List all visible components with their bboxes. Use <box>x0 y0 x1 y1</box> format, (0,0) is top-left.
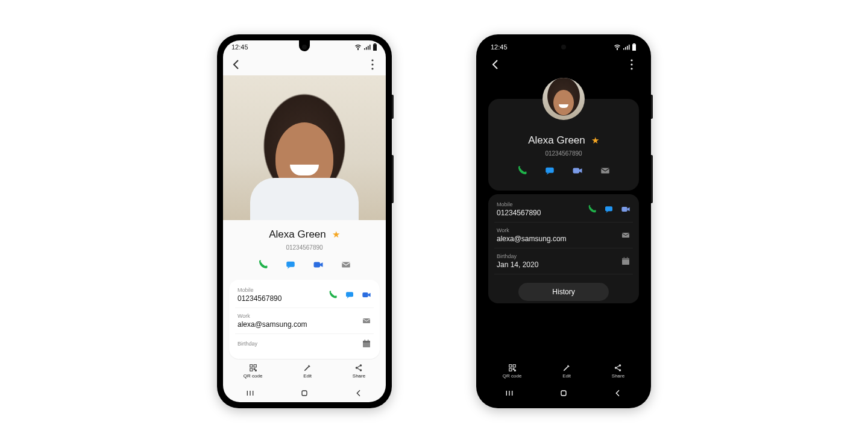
contact-name: Alexa Green <box>528 134 585 147</box>
app-bar <box>223 54 386 75</box>
bottom-action-bar: QR code Edit Share <box>223 359 386 384</box>
svg-rect-5 <box>374 43 376 44</box>
qr-icon <box>249 364 257 372</box>
qr-code-button[interactable]: QR code <box>244 364 263 379</box>
pencil-icon <box>303 364 312 372</box>
back-icon[interactable] <box>488 57 503 72</box>
mail-icon[interactable] <box>600 165 611 176</box>
recents-nav-icon[interactable] <box>245 388 255 398</box>
home-nav-icon[interactable] <box>300 388 309 398</box>
svg-rect-2 <box>366 47 367 50</box>
contact-number: 01234567890 <box>223 244 386 251</box>
details-card: Mobile 01234567890 Work alexa@samsung.co… <box>229 280 380 359</box>
svg-rect-17 <box>363 341 370 343</box>
svg-rect-18 <box>365 339 365 341</box>
work-row[interactable]: Work alexa@samsung.com <box>494 223 633 248</box>
video-call-icon[interactable] <box>362 290 371 300</box>
mobile-label: Mobile <box>237 287 281 293</box>
mail-icon[interactable] <box>341 259 351 270</box>
svg-rect-23 <box>254 368 255 370</box>
svg-rect-19 <box>368 339 368 341</box>
message-icon[interactable] <box>544 165 555 176</box>
svg-rect-4 <box>370 45 371 50</box>
calendar-icon[interactable] <box>621 256 631 266</box>
more-icon[interactable] <box>624 57 639 72</box>
call-icon[interactable] <box>587 204 597 214</box>
qr-code-button[interactable]: QR code <box>503 364 522 379</box>
svg-rect-24 <box>255 370 256 371</box>
svg-rect-22 <box>250 368 252 371</box>
svg-point-25 <box>356 367 357 368</box>
edit-button[interactable]: Edit <box>303 364 312 379</box>
favorite-star-icon[interactable]: ★ <box>591 135 599 146</box>
svg-rect-35 <box>627 46 628 50</box>
work-value: alexa@samsung.com <box>237 320 307 329</box>
back-nav-icon[interactable] <box>613 388 623 398</box>
contact-number: 01234567890 <box>488 150 639 157</box>
recents-nav-icon[interactable] <box>505 388 514 398</box>
svg-rect-36 <box>629 45 630 50</box>
birthday-row[interactable]: Birthday <box>235 334 374 353</box>
svg-rect-55 <box>513 368 514 370</box>
birthday-value: Jan 14, 2020 <box>497 260 538 269</box>
back-icon[interactable] <box>229 57 244 72</box>
home-nav-icon[interactable] <box>559 388 568 398</box>
svg-rect-42 <box>546 167 554 172</box>
message-icon[interactable] <box>604 204 614 214</box>
svg-rect-46 <box>621 207 627 212</box>
svg-rect-43 <box>573 168 580 173</box>
work-row[interactable]: Work alexa@samsung.com <box>235 308 374 334</box>
mobile-label: Mobile <box>497 201 541 207</box>
video-call-icon[interactable] <box>313 259 324 270</box>
svg-rect-11 <box>314 262 321 267</box>
svg-rect-20 <box>250 365 252 367</box>
quick-actions <box>223 259 386 270</box>
android-nav-bar <box>223 384 386 402</box>
call-icon[interactable] <box>257 259 268 270</box>
svg-rect-52 <box>509 365 511 367</box>
calendar-icon[interactable] <box>362 339 371 349</box>
android-nav-bar <box>482 384 645 402</box>
mail-icon[interactable] <box>362 316 371 326</box>
video-call-icon[interactable] <box>572 165 583 176</box>
svg-rect-38 <box>632 44 636 51</box>
bottom-action-bar: QR code Edit Share <box>482 359 645 384</box>
message-icon[interactable] <box>345 290 354 300</box>
favorite-star-icon[interactable]: ★ <box>332 229 340 240</box>
details-card: Mobile 01234567890 Work alexa@samsung.co… <box>488 194 639 303</box>
svg-rect-50 <box>624 257 624 259</box>
edit-button[interactable]: Edit <box>562 364 571 379</box>
svg-rect-37 <box>633 43 635 44</box>
status-time: 12:45 <box>491 43 508 51</box>
signal-icon <box>363 43 371 51</box>
call-icon[interactable] <box>517 165 527 176</box>
back-nav-icon[interactable] <box>354 388 363 398</box>
video-call-icon[interactable] <box>621 204 631 214</box>
svg-rect-13 <box>346 292 353 297</box>
share-button[interactable]: Share <box>612 364 624 379</box>
birthday-row[interactable]: Birthday Jan 14, 2020 <box>494 248 633 274</box>
svg-rect-51 <box>627 257 627 259</box>
share-button[interactable]: Share <box>353 364 365 379</box>
mail-icon[interactable] <box>621 230 631 240</box>
app-bar <box>482 54 645 75</box>
message-icon[interactable] <box>285 259 296 270</box>
notch <box>558 40 569 51</box>
call-icon[interactable] <box>328 290 338 300</box>
share-icon <box>354 364 363 372</box>
contact-photo[interactable] <box>223 75 386 220</box>
work-value: alexa@samsung.com <box>497 235 567 243</box>
quick-actions <box>488 165 639 176</box>
more-icon[interactable] <box>365 57 380 72</box>
contact-photo[interactable] <box>542 78 585 120</box>
status-time: 12:45 <box>231 43 248 51</box>
svg-point-8 <box>371 63 373 65</box>
svg-rect-53 <box>513 365 515 367</box>
svg-rect-10 <box>286 261 295 267</box>
svg-point-39 <box>631 59 632 61</box>
svg-rect-44 <box>601 168 609 173</box>
battery-icon <box>632 43 637 51</box>
mobile-row[interactable]: Mobile 01234567890 <box>235 282 374 308</box>
mobile-row[interactable]: Mobile 01234567890 <box>494 197 633 223</box>
history-button[interactable]: History <box>518 283 609 301</box>
